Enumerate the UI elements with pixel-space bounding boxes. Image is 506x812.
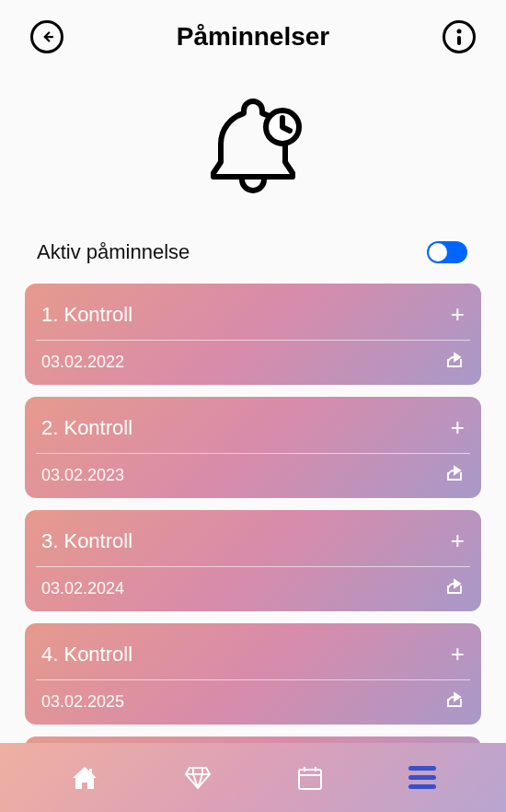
home-icon: [71, 765, 98, 791]
expand-icon[interactable]: +: [451, 413, 465, 442]
reminder-date: 03.02.2023: [41, 466, 124, 485]
reminder-title: 3. Kontroll: [41, 529, 132, 553]
share-button[interactable]: [446, 352, 465, 372]
nav-home[interactable]: [71, 765, 98, 791]
diamond-icon: [184, 766, 212, 790]
reminder-title: 4. Kontroll: [41, 643, 132, 667]
reminder-card[interactable]: 4. Kontroll + 03.02.2025: [25, 623, 481, 725]
reminder-card[interactable]: 3. Kontroll + 03.02.2024: [25, 510, 481, 611]
reminders-list: 1. Kontroll + 03.02.2022 2. Kontroll + 0…: [0, 284, 506, 753]
nav-diamond[interactable]: [184, 766, 212, 790]
hamburger-line: [408, 784, 436, 789]
svg-rect-4: [89, 769, 92, 774]
bottom-nav: [0, 743, 506, 812]
expand-icon[interactable]: +: [451, 527, 465, 555]
active-reminder-row: Aktiv påminnelse: [0, 230, 506, 284]
svg-rect-2: [457, 36, 461, 45]
share-button[interactable]: [446, 691, 465, 712]
active-reminder-label: Aktiv påminnelse: [37, 240, 190, 264]
back-button[interactable]: [30, 20, 63, 53]
share-button[interactable]: [446, 465, 465, 485]
arrow-left-icon: [39, 29, 55, 45]
share-icon: [446, 465, 465, 481]
share-icon: [446, 578, 465, 595]
reminder-title: 1. Kontroll: [41, 303, 132, 327]
reminder-card[interactable]: 2. Kontroll + 03.02.2023: [25, 397, 481, 498]
reminder-card[interactable]: 1. Kontroll + 03.02.2022: [25, 284, 481, 385]
share-icon: [446, 691, 465, 708]
nav-calendar[interactable]: [297, 765, 323, 791]
bell-clock-icon: [198, 92, 308, 203]
expand-icon[interactable]: +: [451, 300, 465, 329]
share-button[interactable]: [446, 578, 465, 598]
calendar-icon: [297, 765, 323, 791]
reminder-title: 2. Kontroll: [41, 416, 132, 440]
header: Påminnelser: [0, 0, 506, 74]
page-title: Påminnelser: [177, 22, 330, 52]
reminder-date: 03.02.2025: [41, 692, 124, 712]
hamburger-line: [408, 766, 436, 771]
hamburger-line: [408, 775, 436, 780]
share-icon: [446, 352, 465, 368]
reminder-date: 03.02.2022: [41, 353, 124, 372]
bell-illustration: [0, 74, 506, 230]
active-reminder-toggle[interactable]: [427, 241, 467, 263]
nav-menu[interactable]: [408, 766, 436, 789]
reminder-date: 03.02.2024: [41, 579, 124, 598]
info-icon: [455, 28, 463, 46]
expand-icon[interactable]: +: [451, 640, 465, 668]
svg-rect-5: [299, 770, 321, 789]
info-button[interactable]: [443, 20, 476, 53]
svg-point-1: [457, 29, 462, 34]
